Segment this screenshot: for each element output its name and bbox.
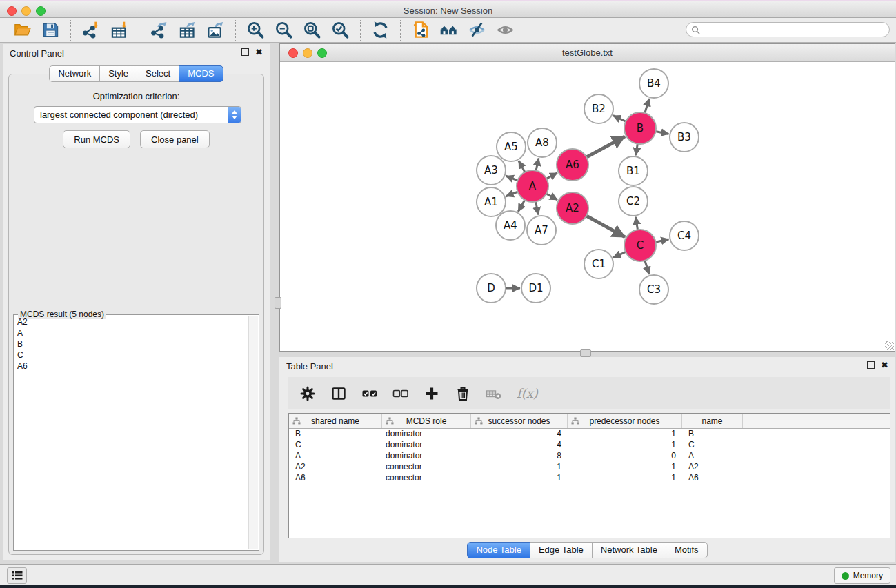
table-cell[interactable]: C (682, 440, 743, 451)
table-cell[interactable]: 8 (471, 451, 568, 462)
table-row[interactable]: Bdominator41B (289, 429, 890, 440)
table-cell[interactable]: dominator (382, 451, 471, 462)
table-cell[interactable]: A (289, 451, 382, 462)
table-cell[interactable]: dominator (382, 429, 471, 440)
graph-node-C1[interactable]: C1 (584, 250, 613, 278)
table-cell[interactable]: A2 (289, 462, 382, 473)
export-network-icon[interactable] (150, 21, 168, 39)
hide-details-icon[interactable] (468, 21, 486, 39)
table-row[interactable]: Adominator80A (289, 451, 890, 462)
zoom-in-icon[interactable] (246, 21, 265, 39)
graph-node-B2[interactable]: B2 (584, 94, 613, 123)
select-all-icon[interactable] (361, 385, 378, 402)
run-mcds-button[interactable]: Run MCDS (63, 130, 130, 148)
tab-node-table[interactable]: Node Table (467, 542, 530, 558)
graph-node-A3[interactable]: A3 (477, 156, 506, 185)
table-cell[interactable]: 4 (471, 429, 568, 440)
table-row[interactable]: Cdominator41C (289, 440, 890, 451)
zoom-selected-icon[interactable] (331, 21, 350, 39)
mcds-result-item[interactable]: A6 (14, 361, 248, 372)
show-details-icon[interactable] (496, 21, 515, 39)
table-cell[interactable]: 1 (568, 429, 682, 440)
column-header-successor-nodes[interactable]: successor nodes (471, 414, 568, 428)
graph-node-A7[interactable]: A7 (527, 216, 556, 245)
delete-column-icon[interactable] (486, 385, 502, 402)
graph-node-D1[interactable]: D1 (521, 274, 550, 303)
clone-network-icon[interactable] (411, 21, 430, 39)
table-cell[interactable]: 1 (568, 462, 682, 473)
tab-network-table[interactable]: Network Table (592, 542, 666, 558)
graph-node-A1[interactable]: A1 (477, 187, 506, 216)
tab-select[interactable]: Select (137, 65, 179, 82)
graph-node-C[interactable]: C (624, 230, 656, 261)
network-canvas[interactable]: B4B2BB3A8A5A6A3B1AA1C2A2A4A7C4CC1C3DD1 (280, 62, 895, 351)
window-resize-grip[interactable] (885, 341, 894, 350)
refresh-layout-icon[interactable] (371, 21, 390, 39)
graph-node-B3[interactable]: B3 (670, 123, 699, 152)
table-cell[interactable]: 1 (471, 462, 568, 473)
table-cell[interactable]: 0 (568, 451, 682, 462)
table-cell[interactable]: 1 (568, 440, 682, 451)
float-panel-icon[interactable] (241, 48, 249, 56)
table-cell[interactable]: C (289, 440, 382, 451)
mcds-result-item[interactable]: A2 (14, 316, 248, 327)
task-history-button[interactable] (7, 567, 27, 584)
graph-node-A4[interactable]: A4 (496, 211, 525, 240)
mcds-result-item[interactable]: C (14, 349, 248, 361)
add-column-icon[interactable] (424, 385, 440, 402)
import-table-icon[interactable] (110, 21, 128, 39)
close-panel-icon[interactable]: ✖ (255, 48, 263, 56)
close-panel-icon[interactable]: ✖ (881, 361, 888, 369)
deselect-all-icon[interactable] (392, 385, 409, 402)
search-field[interactable] (686, 22, 890, 37)
table-cell[interactable]: B (289, 429, 382, 440)
table-cell[interactable]: 4 (471, 440, 568, 451)
delete-selected-trash-icon[interactable] (455, 385, 471, 402)
graph-node-A5[interactable]: A5 (497, 132, 526, 161)
column-header-predecessor-nodes[interactable]: predecessor nodes (568, 414, 682, 428)
memory-button[interactable]: Memory (834, 567, 890, 584)
mcds-result-item[interactable]: A (14, 327, 248, 338)
table-cell[interactable]: A6 (289, 473, 382, 484)
tab-network[interactable]: Network (49, 65, 100, 82)
table-cell[interactable]: A2 (682, 462, 743, 473)
mcds-result-item[interactable]: B (14, 338, 248, 349)
mcds-result-list[interactable]: A2ABCA6 (14, 316, 248, 549)
show-all-views-icon[interactable] (439, 21, 458, 39)
column-header-MCDS-role[interactable]: MCDS role (382, 414, 471, 428)
table-cell[interactable]: 1 (471, 473, 568, 484)
graph-node-A2[interactable]: A2 (557, 192, 588, 224)
tab-style[interactable]: Style (99, 65, 137, 82)
graph-node-A8[interactable]: A8 (528, 128, 557, 157)
network-window-titlebar[interactable]: testGlobe.txt (280, 44, 895, 62)
graph-node-C3[interactable]: C3 (639, 275, 668, 304)
graph-node-A6[interactable]: A6 (557, 149, 588, 181)
table-row[interactable]: A6connector11A6 (289, 473, 890, 484)
splitter-handle-bottom[interactable] (580, 349, 591, 357)
tab-motifs[interactable]: Motifs (666, 542, 708, 558)
table-options-gear-icon[interactable] (299, 385, 316, 402)
graph-node-D[interactable]: D (477, 274, 506, 303)
function-builder-icon[interactable]: f(x) (517, 386, 538, 401)
tab-edge-table[interactable]: Edge Table (530, 542, 593, 558)
table-row[interactable]: A2connector11A2 (289, 462, 890, 473)
table-cell[interactable]: B (682, 429, 743, 440)
graph-node-B4[interactable]: B4 (639, 69, 668, 98)
table-cell[interactable]: connector (382, 473, 471, 484)
graph-node-C2[interactable]: C2 (619, 187, 648, 216)
graph-node-C4[interactable]: C4 (670, 221, 699, 250)
export-table-icon[interactable] (178, 21, 197, 39)
graph-node-A[interactable]: A (517, 170, 548, 202)
table-cell[interactable]: A (682, 451, 743, 462)
close-panel-button[interactable]: Close panel (140, 130, 210, 148)
result-list-scrollbar[interactable] (248, 316, 258, 549)
optimization-criterion-dropdown[interactable]: largest connected component (directed) (34, 106, 241, 123)
column-header-name[interactable]: name (682, 414, 743, 428)
column-header-shared-name[interactable]: shared name (289, 414, 382, 428)
column-view-icon[interactable] (330, 385, 347, 402)
table-cell[interactable]: connector (382, 462, 471, 473)
table-cell[interactable]: 1 (568, 473, 682, 484)
save-session-icon[interactable] (41, 21, 60, 39)
splitter-handle-left[interactable] (275, 297, 281, 309)
float-panel-icon[interactable] (867, 361, 875, 369)
